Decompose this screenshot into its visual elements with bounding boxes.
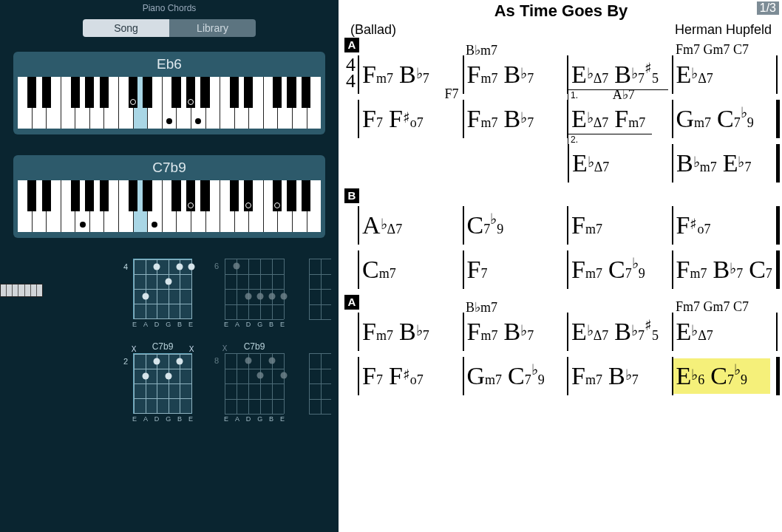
chord-symbol[interactable]: E♭Δ7: [571, 105, 608, 133]
chord-symbol[interactable]: B♭7: [399, 318, 429, 346]
measure[interactable]: Gm7C7♭9: [672, 100, 778, 138]
guitar-diagram[interactable]: 6 EADGBE: [217, 259, 291, 328]
chord-symbol[interactable]: C7: [749, 256, 772, 284]
guitar-row: 4 EADGBE 6 EADGBE 10: [0, 259, 339, 328]
piano-card-c7b9[interactable]: C7b9: [13, 155, 325, 238]
chord-symbol[interactable]: B♭7: [503, 318, 534, 346]
piano-chord-label: Eb6: [13, 52, 325, 77]
measure[interactable]: A♭Δ7: [358, 206, 463, 245]
guitar-diagram[interactable]: C7b9 X 8 EADGBE: [217, 341, 291, 423]
volta-1: 1.: [568, 89, 668, 100]
song-title: As Time Goes By: [344, 1, 778, 21]
guitar-diagram[interactable]: 10: [309, 259, 331, 328]
measure[interactable]: Fm7B♭7: [463, 100, 568, 138]
measure[interactable]: B♭m7E♭7: [672, 144, 778, 183]
chord-symbol[interactable]: Fm7: [614, 105, 645, 133]
fret-number: 4: [123, 262, 128, 271]
chord-symbol[interactable]: C7♭9: [508, 362, 545, 390]
chord-symbol[interactable]: E♭Δ7: [571, 318, 608, 346]
measure[interactable]: Fm7B♭7: [463, 313, 568, 351]
guitar-row: C7b9 XX 2 EADGBE C7b9 X 8 EADGBE: [0, 341, 339, 423]
tab-song[interactable]: Song: [83, 19, 169, 37]
piano-card-eb6[interactable]: Eb6: [13, 52, 325, 134]
measure[interactable]: Fm7B♭7: [358, 313, 463, 351]
measure[interactable]: Gm7C7♭9: [463, 357, 568, 395]
keyboard-map-icon[interactable]: [0, 284, 43, 297]
section-badge-a2: A: [344, 295, 359, 310]
fret-number: 6: [214, 262, 219, 270]
section-badge-a: A: [344, 38, 359, 52]
chord-symbol[interactable]: Gm7: [467, 362, 503, 390]
chord-symbol[interactable]: B♭7: [608, 362, 639, 390]
chord-symbol[interactable]: B♭7: [713, 256, 743, 284]
chord-symbol[interactable]: E♭Δ7: [571, 61, 608, 89]
measure[interactable]: Fm7B♭7C7: [672, 250, 778, 289]
lead-sheet[interactable]: 1/3 As Time Goes By (Ballad) Herman Hupf…: [339, 0, 782, 532]
style-label: (Ballad): [350, 22, 396, 38]
chord-symbol[interactable]: C7♭9: [608, 256, 645, 284]
chord-symbol[interactable]: Fm7: [676, 256, 707, 284]
chord-symbol[interactable]: E♭6: [676, 362, 705, 390]
chord-symbol[interactable]: B♭m7: [676, 149, 717, 177]
chord-symbol[interactable]: C7♭9: [717, 105, 754, 133]
string-letters: EADGBE: [132, 321, 193, 328]
measure[interactable]: C7♭9: [463, 206, 568, 245]
current-measure-highlight: E♭6C7♭9: [673, 358, 771, 394]
volta-2: 2.: [568, 134, 652, 144]
measure[interactable]: F♯o7: [672, 206, 778, 245]
chord-symbol[interactable]: F♯o7: [389, 105, 424, 133]
chord-symbol[interactable]: F7: [362, 105, 383, 133]
fret-number: 2: [123, 357, 128, 366]
chord-symbol[interactable]: F♯o7: [676, 211, 711, 239]
chord-symbol[interactable]: E♭Δ7: [676, 61, 713, 89]
chord-symbol[interactable]: B♭7: [399, 61, 429, 89]
guitar-diagram[interactable]: C7b9 XX 2 EADGBE: [126, 341, 200, 423]
measure[interactable]: Fm7C7♭9: [567, 250, 672, 289]
measure[interactable]: F7F♯o7: [358, 357, 463, 395]
chord-symbol[interactable]: Fm7: [571, 256, 602, 284]
measure[interactable]: E♭Δ7: [672, 313, 778, 351]
measure[interactable]: E♭6C7♭9: [672, 357, 778, 395]
chord-symbol[interactable]: B♭7♯5: [614, 318, 659, 346]
chord-symbol[interactable]: B♭7: [503, 105, 534, 133]
chord-symbol[interactable]: B♭7♯5: [614, 61, 659, 89]
measure[interactable]: Fm7B♭7: [567, 357, 672, 395]
chord-symbol[interactable]: E♭Δ7: [572, 149, 609, 177]
tab-library[interactable]: Library: [169, 19, 256, 37]
chord-symbol[interactable]: Fm7: [362, 61, 393, 89]
string-letters: EADGBE: [224, 415, 285, 423]
string-letters: EADGBE: [132, 415, 193, 423]
measure[interactable]: F7: [463, 250, 568, 289]
view-tabs: Song Library: [83, 19, 256, 37]
chord-symbol[interactable]: Fm7: [571, 362, 602, 390]
measure[interactable]: Cm7: [358, 250, 463, 289]
section-badge-b: B: [344, 188, 359, 203]
chord-symbol[interactable]: B♭7: [503, 61, 534, 89]
piano-keyboard: [18, 77, 321, 129]
guitar-diagram[interactable]: 9: [309, 341, 331, 423]
chord-symbol[interactable]: Fm7: [467, 318, 498, 346]
chord-symbol[interactable]: Gm7: [676, 105, 712, 133]
measure[interactable]: Fm7: [567, 206, 672, 245]
fret-number: 8: [214, 356, 219, 365]
chord-symbol[interactable]: F♯o7: [389, 362, 424, 390]
chord-symbol[interactable]: Fm7: [467, 61, 498, 89]
chord-symbol[interactable]: Fm7: [362, 318, 393, 346]
measure[interactable]: E♭Δ7B♭7♯5: [567, 313, 672, 351]
chord-symbol[interactable]: F7: [467, 256, 488, 284]
measure[interactable]: E♭Δ7Fm7: [567, 100, 672, 138]
chord-symbol[interactable]: Fm7: [467, 105, 498, 133]
measure[interactable]: F7F♯o7: [358, 100, 463, 138]
chord-symbol[interactable]: Fm7: [571, 211, 602, 239]
guitar-diagram[interactable]: 4 EADGBE: [126, 259, 200, 328]
chord-symbol[interactable]: Cm7: [362, 256, 396, 284]
chord-symbol[interactable]: F7: [362, 362, 383, 390]
chord-symbol[interactable]: E♭7: [723, 149, 752, 177]
chord-symbol[interactable]: C7♭9: [467, 211, 504, 239]
measure[interactable]: E♭Δ7: [568, 144, 672, 183]
chord-symbol[interactable]: C7♭9: [710, 362, 747, 390]
chord-symbol[interactable]: A♭Δ7: [362, 211, 402, 239]
piano-chord-label: C7b9: [13, 155, 325, 180]
chord-symbol[interactable]: E♭Δ7: [676, 318, 713, 346]
chord-panel: Piano Chords Song Library Eb6: [0, 0, 339, 532]
